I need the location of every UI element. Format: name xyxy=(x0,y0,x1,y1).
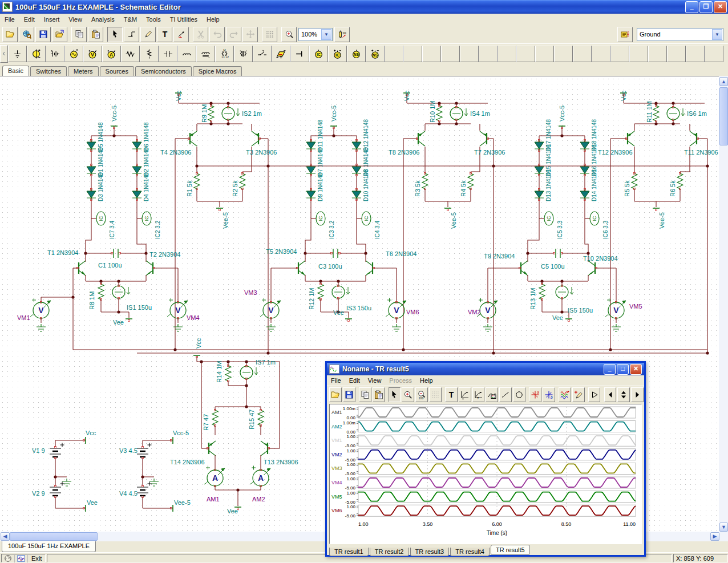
diode-symbol[interactable] xyxy=(306,167,316,173)
ground-symbol[interactable] xyxy=(612,324,621,331)
tr-menu-help[interactable]: Help xyxy=(416,376,437,384)
diode-symbol[interactable] xyxy=(132,191,141,198)
menu-analysis[interactable]: Analysis xyxy=(87,15,119,24)
meter1k-button[interactable]: 1K xyxy=(334,27,350,42)
text-button[interactable]: T xyxy=(157,27,172,42)
resistor-symbol[interactable] xyxy=(422,173,428,189)
scroll-right-icon[interactable]: ▶ xyxy=(710,532,719,541)
paste-button[interactable] xyxy=(373,387,385,402)
resistor-symbol[interactable] xyxy=(539,284,545,299)
document-tab[interactable]: 100uF 150uF 1Hz EXAMPLE xyxy=(2,541,96,552)
penplus-button[interactable] xyxy=(572,387,585,402)
resistor-symbol[interactable] xyxy=(677,173,683,189)
wire[interactable] xyxy=(528,218,539,262)
ground-button[interactable] xyxy=(8,46,27,62)
pen-button[interactable] xyxy=(140,27,156,42)
diode-symbol[interactable] xyxy=(535,167,544,173)
capacitor-symbol[interactable] xyxy=(333,249,338,258)
menu-view[interactable]: View xyxy=(64,15,87,24)
component-tab-basic[interactable]: Basic xyxy=(2,66,29,76)
ground-symbol[interactable] xyxy=(266,324,276,331)
ind-button[interactable] xyxy=(177,46,196,62)
ground-symbol[interactable] xyxy=(37,324,46,331)
ground-symbol[interactable] xyxy=(149,479,159,486)
tr-tab-tr-result4[interactable]: TR result4 xyxy=(450,548,490,556)
curvea-button[interactable] xyxy=(459,387,471,402)
chevron-down-icon[interactable]: ▼ xyxy=(712,29,722,40)
scroll-left-icon[interactable]: ◀ xyxy=(1,532,10,541)
grid-button[interactable] xyxy=(262,27,277,42)
resistor-symbol[interactable] xyxy=(225,366,231,381)
resistor-symbol[interactable] xyxy=(436,106,442,121)
waveform-view-icon[interactable] xyxy=(15,554,28,562)
ammeter-button[interactable]: A xyxy=(102,46,121,62)
wedit-button[interactable] xyxy=(173,27,189,42)
tr-tab-tr-result2[interactable]: TR result2 xyxy=(370,548,409,556)
menu-t-m[interactable]: T&M xyxy=(119,15,141,24)
cursor-button[interactable] xyxy=(107,27,123,42)
diode-symbol[interactable] xyxy=(535,142,544,149)
battery-button[interactable] xyxy=(46,46,64,62)
menu-edit[interactable]: Edit xyxy=(19,15,39,24)
vertical-scrollbar[interactable]: ▲ ▼ xyxy=(719,76,728,532)
component-tab-sources[interactable]: Sources xyxy=(100,66,134,76)
paste-button[interactable] xyxy=(88,27,103,42)
cursora-button[interactable]: a xyxy=(529,387,541,402)
close-button[interactable]: ✕ xyxy=(714,1,727,13)
menu-insert[interactable]: Insert xyxy=(39,15,64,24)
resistor-symbol[interactable] xyxy=(318,284,323,299)
diode-symbol[interactable] xyxy=(132,167,141,173)
diode-symbol[interactable] xyxy=(580,167,589,173)
menu-ti-utilities[interactable]: TI Utilities xyxy=(165,15,202,24)
scroll-up-icon[interactable]: ▲ xyxy=(719,77,728,86)
compbar-scroll-left-button[interactable] xyxy=(0,45,8,63)
diode-symbol[interactable] xyxy=(87,167,96,173)
diode-symbol[interactable] xyxy=(87,142,96,149)
legend-button[interactable] xyxy=(486,387,498,402)
diode-symbol[interactable] xyxy=(306,142,316,149)
diode-symbol[interactable] xyxy=(352,191,361,198)
menu-tools[interactable]: Tools xyxy=(141,15,165,24)
vscroll-thumb[interactable] xyxy=(719,87,728,145)
menu-file[interactable]: File xyxy=(0,15,19,24)
diode-symbol[interactable] xyxy=(306,191,316,198)
resistor-symbol[interactable] xyxy=(98,284,104,299)
ground-symbol[interactable] xyxy=(483,324,492,331)
open-button[interactable] xyxy=(2,27,18,42)
diode-symbol[interactable] xyxy=(87,191,96,198)
trafo-button[interactable] xyxy=(234,46,253,62)
capacitor-symbol[interactable] xyxy=(556,249,560,258)
play-button[interactable] xyxy=(588,387,601,402)
component-tab-semiconductors[interactable]: Semiconductors xyxy=(135,66,192,76)
component-tab-meters[interactable]: Meters xyxy=(68,66,99,76)
resistor-symbol[interactable] xyxy=(468,173,474,189)
curves-button[interactable] xyxy=(559,387,571,402)
component-tab-spice-macros[interactable]: Spice Macros xyxy=(193,66,242,76)
resistor-symbol[interactable] xyxy=(212,410,218,426)
diode-symbol[interactable] xyxy=(352,167,361,173)
tr-minimize-button[interactable]: _ xyxy=(604,364,616,375)
ind2-button[interactable] xyxy=(196,46,215,62)
resistor-symbol[interactable] xyxy=(653,106,659,121)
export-button[interactable] xyxy=(52,27,67,42)
copy-button[interactable] xyxy=(71,27,87,42)
resistor-symbol[interactable] xyxy=(208,106,214,121)
resistor-button[interactable] xyxy=(121,46,140,62)
diode-symbol[interactable] xyxy=(535,191,544,198)
component-tab-switches[interactable]: Switches xyxy=(30,66,67,76)
icc-button[interactable]: IC xyxy=(309,46,328,62)
resistor-symbol[interactable] xyxy=(194,173,200,189)
ns-button[interactable]: NS xyxy=(347,46,366,62)
relay-button[interactable] xyxy=(272,46,290,62)
tr-tab-tr-result1[interactable]: TR result1 xyxy=(329,548,369,556)
zoom-combobox[interactable]: 100% ▼ xyxy=(298,28,333,41)
minimize-button[interactable]: _ xyxy=(685,1,698,13)
tr-close-button[interactable]: ✕ xyxy=(630,364,642,375)
tr-maximize-button[interactable]: □ xyxy=(617,364,629,375)
vgen-button[interactable] xyxy=(64,46,83,62)
zoom100-button[interactable]: 100 xyxy=(415,387,428,402)
diode-symbol[interactable] xyxy=(352,142,361,149)
pot-button[interactable] xyxy=(140,46,159,62)
menu-help[interactable]: Help xyxy=(202,15,224,24)
wire[interactable] xyxy=(305,218,311,262)
